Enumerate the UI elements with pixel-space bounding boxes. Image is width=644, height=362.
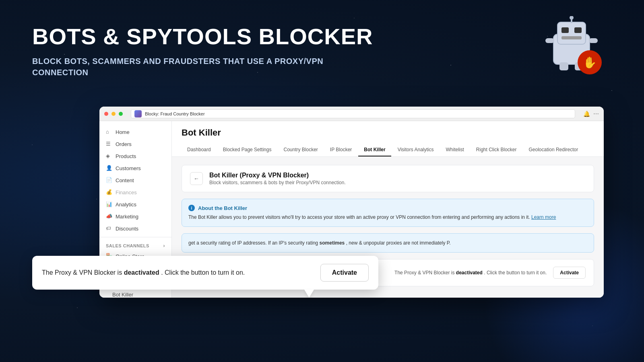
svg-rect-2 [561, 27, 569, 33]
info-title-text: About the Bot Killer [198, 205, 247, 211]
bot-killer-header-card: ← Bot Killer (Proxy & VPN Blocker) Block… [182, 165, 594, 192]
discounts-icon: 🏷 [106, 225, 112, 232]
sidebar-item-finances: 💰 Finances [99, 186, 171, 198]
customers-icon: 👤 [106, 165, 112, 171]
sidebar-item-orders[interactable]: ☰ Orders [99, 138, 171, 150]
svg-rect-7 [545, 38, 554, 43]
orders-icon: ☰ [106, 141, 112, 147]
minimize-dot[interactable] [111, 112, 116, 116]
tab-country-blocker[interactable]: Country Blocker [278, 144, 323, 156]
bot-killer-heading: Bot Killer (Proxy & VPN Blocker) [209, 172, 346, 179]
partial-info-card: get a security rating of IP addresses. I… [182, 233, 594, 253]
svg-rect-4 [561, 36, 582, 39]
sidebar-item-products[interactable]: ◈ Products [99, 150, 171, 162]
activate-button-small[interactable]: Activate [553, 267, 586, 279]
partial-text: get a security rating of IP addresses. I… [188, 239, 587, 247]
browser-icons: 🔔 ⋯ [583, 111, 599, 117]
robot-icon: ✋ [543, 16, 604, 76]
content-header: Bot Killer Dashboard Blocked Page Settin… [172, 121, 604, 157]
info-card-title: i About the Bot Killer [188, 205, 587, 211]
sidebar-item-content[interactable]: 📄 Content [99, 174, 171, 186]
tab-right-click-blocker[interactable]: Right Click Blocker [471, 144, 522, 156]
sidebar-item-discounts[interactable]: 🏷 Discounts [99, 222, 171, 234]
expand-icon[interactable]: › [163, 243, 165, 249]
tooltip-text: The Proxy & VPN Blocker is deactivated .… [42, 269, 312, 276]
finances-icon: 💰 [106, 189, 112, 195]
svg-text:✋: ✋ [583, 56, 597, 69]
sidebar-marketing-label: Marketing [116, 214, 138, 220]
tooltip-deactivated-word: deactivated [124, 269, 159, 276]
status-action: The Proxy & VPN Blocker is deactivated .… [394, 267, 586, 279]
app-title: Blocky: Fraud Country Blocker [145, 111, 205, 116]
sidebar-products-label: Products [116, 153, 136, 159]
tab-blocked-page-settings[interactable]: Blocked Page Settings [217, 144, 277, 156]
activate-button-large[interactable]: Activate [320, 264, 369, 282]
svg-rect-3 [574, 27, 582, 33]
bot-killer-description: Block visitors, scammers & bots by their… [209, 180, 346, 185]
learn-more-link[interactable]: Learn more [531, 214, 556, 220]
home-icon: ⌂ [106, 129, 112, 135]
sidebar-item-marketing[interactable]: 📣 Marketing [99, 210, 171, 222]
sidebar-bot-killer[interactable]: Bot Killer [99, 289, 171, 298]
svg-rect-1 [557, 22, 586, 44]
svg-point-6 [570, 16, 574, 20]
sidebar-customers-label: Customers [116, 165, 141, 171]
sidebar-orders-label: Orders [116, 141, 132, 147]
sidebar-discounts-label: Discounts [116, 226, 138, 232]
tab-geolocation-redirector[interactable]: Geolocation Redirector [523, 144, 584, 156]
hero-subtitle: BLOCK BOTS, SCAMMERS AND FRAUDSTERS THAT… [32, 56, 354, 78]
browser-titlebar: Blocky: Fraud Country Blocker 🔔 ⋯ [99, 107, 604, 121]
sidebar-item-analytics[interactable]: 📊 Analytics [99, 198, 171, 210]
sidebar-item-home[interactable]: ⌂ Home [99, 126, 171, 138]
tab-ip-blocker[interactable]: IP Blocker [324, 144, 357, 156]
sidebar-home-label: Home [116, 129, 130, 135]
tab-bot-killer[interactable]: Bot Killer [358, 144, 391, 156]
sidebar-finances-label: Finances [116, 189, 137, 195]
info-card-text: The Bot Killer allows you to prevent vis… [188, 214, 587, 221]
sidebar-item-customers[interactable]: 👤 Customers [99, 162, 171, 174]
svg-rect-9 [559, 62, 568, 70]
tab-dashboard[interactable]: Dashboard [182, 144, 217, 156]
tab-bar: Dashboard Blocked Page Settings Country … [182, 144, 594, 156]
url-bar: Blocky: Fraud Country Blocker [131, 109, 575, 118]
status-message: The Proxy & VPN Blocker is deactivated .… [394, 270, 547, 276]
tab-whitelist[interactable]: Whitelist [440, 144, 469, 156]
marketing-icon: 📣 [106, 213, 112, 220]
analytics-icon: 📊 [106, 201, 112, 208]
sidebar-analytics-label: Analytics [116, 202, 136, 208]
sales-channels-header: Sales channels › [99, 240, 171, 250]
sidebar-divider [99, 237, 171, 237]
products-icon: ◈ [106, 153, 112, 159]
sales-channels-label: Sales channels [106, 243, 149, 248]
menu-icon[interactable]: ⋯ [593, 111, 599, 117]
maximize-dot[interactable] [119, 112, 123, 116]
bot-killer-label: Bot Killer [112, 292, 133, 298]
sidebar-content-label: Content [116, 177, 134, 183]
info-card: i About the Bot Killer The Bot Killer al… [182, 199, 594, 227]
hero-title: BOTS & SPYTOOLS BLOCKER [32, 24, 612, 49]
app-icon [134, 110, 142, 117]
bell-icon[interactable]: 🔔 [583, 111, 590, 117]
hero-section: BOTS & SPYTOOLS BLOCKER BLOCK BOTS, SCAM… [32, 24, 612, 78]
back-button[interactable]: ← [190, 172, 203, 185]
info-icon: i [188, 205, 195, 211]
content-title: Bot Killer [182, 128, 594, 138]
close-dot[interactable] [104, 112, 108, 116]
tab-visitors-analytics[interactable]: Visitors Analytics [392, 144, 440, 156]
tooltip-popup: The Proxy & VPN Blocker is deactivated .… [32, 256, 378, 290]
svg-rect-8 [589, 38, 598, 43]
content-icon: 📄 [106, 177, 112, 183]
bot-killer-info: Bot Killer (Proxy & VPN Blocker) Block v… [209, 172, 346, 185]
